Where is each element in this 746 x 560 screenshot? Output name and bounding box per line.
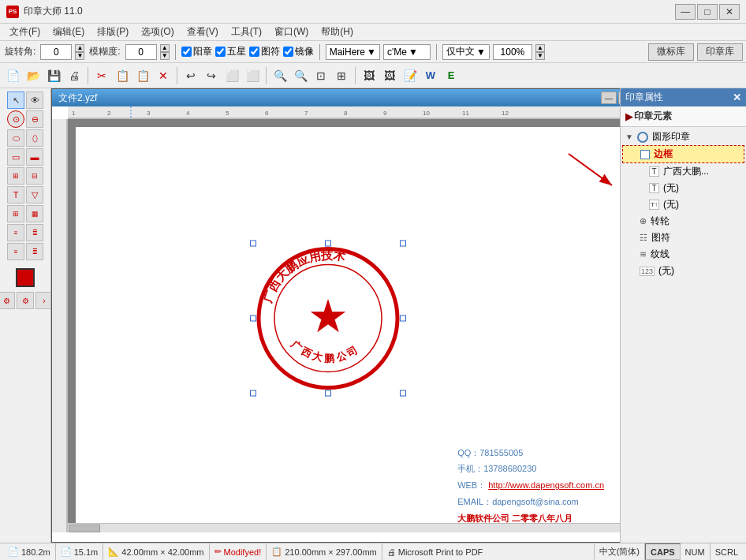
tree-item-tufu[interactable]: ☷ 图符 — [622, 230, 744, 246]
tool-text1[interactable]: T — [7, 186, 24, 203]
fontsize-dropdown[interactable]: c'Me ▼ — [383, 44, 431, 60]
tree-item-zhonglun[interactable]: ⊕ 转轮 — [622, 213, 744, 230]
blur-up[interactable]: ▲ — [160, 44, 170, 52]
handle-tm[interactable] — [325, 241, 331, 247]
minimize-button[interactable]: — — [675, 4, 696, 20]
zoom-input[interactable] — [493, 44, 532, 60]
tool-grid2[interactable]: ⊟ — [26, 167, 43, 185]
check-wuxing[interactable]: 五星 — [215, 45, 246, 58]
menu-edit[interactable]: 编辑(E) — [47, 24, 91, 40]
tb-redo[interactable]: ↪ — [202, 66, 221, 85]
tb-undo[interactable]: ↩ — [181, 66, 200, 85]
tool-lines2[interactable]: ≣ — [26, 224, 43, 241]
tool-oval[interactable]: ⬭ — [7, 129, 24, 147]
tb-img1[interactable]: 🖼 — [360, 66, 379, 85]
tree-item-none2[interactable]: T↑ (无) — [622, 196, 744, 213]
doc-minimize[interactable]: — — [601, 91, 617, 104]
tb-copy[interactable]: 📋 — [113, 66, 132, 85]
handle-tl[interactable] — [250, 241, 256, 247]
blur-spinner[interactable]: ▲ ▼ — [160, 44, 170, 60]
check-jingxiang[interactable]: 镜像 — [283, 45, 314, 58]
tree-item-none1[interactable]: T (无) — [622, 180, 744, 196]
tb-zoomin[interactable]: 🔍 — [270, 66, 289, 85]
check-fuehao[interactable]: 图符 — [249, 45, 280, 58]
sep1 — [175, 44, 176, 60]
tb-paste[interactable]: 📋 — [133, 66, 152, 85]
tool-settings2[interactable]: ⚙ — [17, 292, 34, 309]
doc-maximize[interactable]: □ — [618, 91, 620, 104]
yinzhangku-button[interactable]: 印章库 — [697, 43, 743, 61]
menu-options[interactable]: 选项(O) — [135, 24, 180, 40]
tool-select[interactable]: ↖ — [7, 91, 24, 109]
tb-img2[interactable]: 🖼 — [380, 66, 399, 85]
lang-dropdown[interactable]: 仅中文 ▼ — [442, 44, 490, 60]
zoom-spinner[interactable]: ▲ ▼ — [535, 44, 545, 60]
tool-circle-red[interactable]: ⊙ — [7, 110, 24, 128]
tb-b5[interactable]: ⬜ — [243, 66, 262, 85]
tree-item-wenfeng[interactable]: ≋ 纹线 — [622, 246, 744, 263]
rotate-input[interactable] — [40, 44, 72, 60]
handle-mr[interactable] — [400, 315, 406, 322]
tree-item-text1[interactable]: T 广西大鹏... — [622, 163, 744, 180]
tool-expand[interactable]: › — [35, 292, 51, 309]
blur-input[interactable] — [125, 44, 157, 60]
tb-save[interactable]: 💾 — [44, 66, 63, 85]
maximize-button[interactable]: □ — [697, 4, 718, 20]
menu-help[interactable]: 帮助(H) — [315, 24, 360, 40]
rotate-up[interactable]: ▲ — [75, 44, 84, 52]
handle-bl[interactable] — [250, 390, 256, 397]
tb-b4[interactable]: ⬜ — [222, 66, 241, 85]
tree-item-none3[interactable]: 123 (无) — [622, 263, 744, 279]
handle-br[interactable] — [400, 390, 406, 397]
menu-file[interactable]: 文件(F) — [3, 24, 47, 40]
tool-rect2[interactable]: ▬ — [26, 148, 43, 166]
handle-tr[interactable] — [400, 241, 406, 247]
tb-fit[interactable]: ⊡ — [311, 66, 330, 85]
tb-excel[interactable]: E — [442, 66, 461, 85]
tree-icon-none1: T — [649, 183, 659, 193]
rotate-down[interactable]: ▼ — [75, 52, 84, 60]
tool-lines3[interactable]: ≡ — [7, 243, 24, 260]
tool-grid3[interactable]: ⊞ — [7, 205, 24, 222]
tool-minus-red[interactable]: ⊖ — [26, 110, 43, 128]
tb-print[interactable]: 🖨 — [65, 66, 84, 85]
menu-tools[interactable]: 工具(T) — [225, 24, 268, 40]
right-panel-close[interactable]: ✕ — [733, 91, 741, 103]
zoom-down[interactable]: ▼ — [535, 52, 545, 60]
zoom-up[interactable]: ▲ — [535, 44, 545, 52]
tb-word[interactable]: W — [421, 66, 440, 85]
tb-delete[interactable]: ✕ — [154, 66, 173, 85]
info-web-url[interactable]: http://www.dapengsoft.com.cn — [488, 480, 604, 490]
close-button[interactable]: ✕ — [719, 4, 740, 20]
stamp-area[interactable]: 广西大鹏应用技术 广 西 大 鹏 公 司 ★ — [253, 244, 403, 394]
rotate-spinner[interactable]: ▲ ▼ — [75, 44, 84, 60]
check-yanzhang[interactable]: 阳章 — [181, 45, 212, 58]
tb-img3[interactable]: 📝 — [401, 66, 420, 85]
weibiaouku-button[interactable]: 微标库 — [648, 43, 694, 61]
tb-open[interactable]: 📂 — [24, 66, 43, 85]
font-dropdown[interactable]: MaiHere ▼ — [326, 44, 380, 60]
tool-rect1[interactable]: ▭ — [7, 148, 24, 166]
tool-grid1[interactable]: ⊞ — [7, 167, 24, 185]
blur-down[interactable]: ▼ — [160, 52, 170, 60]
tree-item-border[interactable]: 边框 — [622, 145, 744, 163]
tool-settings1[interactable]: ⚙ — [0, 292, 15, 309]
tb-actual[interactable]: ⊞ — [332, 66, 351, 85]
menu-window[interactable]: 窗口(W) — [268, 24, 315, 40]
tool-triangle[interactable]: ▽ — [26, 186, 43, 203]
tool-eye[interactable]: 👁 — [26, 91, 43, 109]
tool-oval2[interactable]: ⬯ — [26, 129, 43, 147]
color-swatch[interactable] — [16, 268, 35, 287]
menu-layout[interactable]: 排版(P) — [91, 24, 135, 40]
scrollbar-h-thumb[interactable] — [69, 525, 100, 532]
tb-zoomout[interactable]: 🔍 — [291, 66, 310, 85]
tool-lines1[interactable]: ≡ — [7, 224, 24, 241]
handle-bm[interactable] — [325, 390, 331, 397]
menu-view[interactable]: 查看(V) — [181, 24, 225, 40]
tool-lines4[interactable]: ≣ — [26, 243, 43, 260]
handle-ml[interactable] — [250, 315, 256, 322]
tb-new[interactable]: 📄 — [3, 66, 22, 85]
tb-cut[interactable]: ✂ — [92, 66, 111, 85]
tool-grid4[interactable]: ▦ — [26, 205, 43, 222]
tree-item-root[interactable]: ▼ 圆形印章 — [622, 129, 744, 145]
